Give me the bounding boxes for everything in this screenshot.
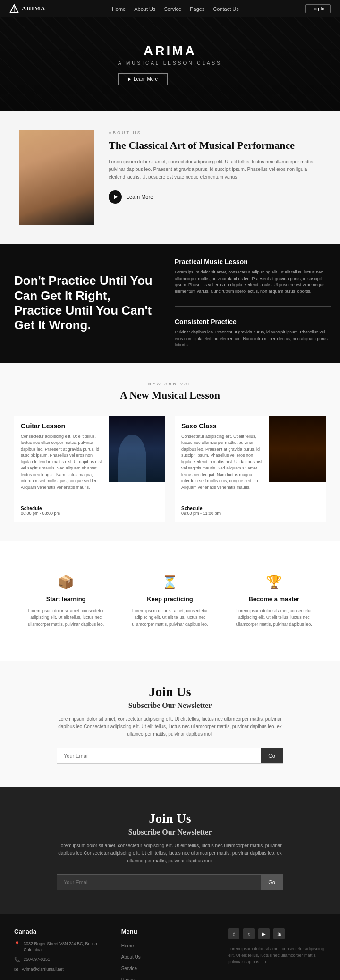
footer-menu-about[interactable]: About Us <box>121 954 141 960</box>
quote-text: Don't Practice Until You Can Get It Righ… <box>14 273 156 332</box>
step-master-title: Become a master <box>232 596 316 603</box>
step-master: 🏆 Become a master Lorem ipsum dolor sit … <box>222 565 326 637</box>
hero-learn-button[interactable]: Learn More <box>118 73 168 85</box>
saxo-schedule: Schedule 09:00 pm - 11:00 pm <box>175 506 326 522</box>
location-icon: 📍 <box>14 941 20 946</box>
practical-lesson-block: Practical Music Lesson Lorem ipsum dolor… <box>175 258 331 295</box>
newsletter-light-submit[interactable]: Go <box>261 748 283 763</box>
newsletter-light-section: Join Us Subscribe Our Newsletter Lorem i… <box>0 661 340 787</box>
step-practice-para: Lorem ipsum dolor sit amet, consectetur … <box>128 607 212 628</box>
saxo-lesson-title: Saxo Class <box>181 422 263 430</box>
step-start-title: Start learning <box>24 596 108 603</box>
saxo-card-top: Saxo Class Consectetur adipiscing elit. … <box>175 416 326 503</box>
footer-col-social: f t ▶ in Lorem ipsum dolor sit amet, con… <box>228 928 326 980</box>
phone-icon: 📞 <box>14 957 20 962</box>
facebook-icon[interactable]: f <box>228 928 239 939</box>
newsletter-dark-form: Go <box>57 874 283 890</box>
step-start-para: Lorem ipsum dolor sit amet, consectetur … <box>24 607 108 628</box>
footer-menu-pages[interactable]: Pages <box>121 977 135 980</box>
saxo-card-text: Saxo Class Consectetur adipiscing elit. … <box>175 416 269 503</box>
saxo-schedule-label: Schedule <box>181 506 319 511</box>
step-practice-title: Keep practicing <box>128 596 212 603</box>
about-heading: The Classical Art of Musical Performance <box>109 139 321 153</box>
practical-lesson-para: Lorem ipsum dolor sit amet, consectetur … <box>175 269 331 295</box>
guitar-card-text: Guitar Lesson Consectetur adipiscing eli… <box>14 416 109 503</box>
guitar-schedule-label: Schedule <box>21 506 159 511</box>
about-label: ABOUT US <box>109 130 321 135</box>
practical-lesson-title: Practical Music Lesson <box>175 258 331 265</box>
saxo-schedule-time: 09:00 pm - 11:00 pm <box>181 511 319 516</box>
lesson-divider <box>175 306 331 307</box>
about-image <box>19 130 94 225</box>
newsletter-light-heading: Join Us <box>28 684 312 699</box>
newsletter-light-input[interactable] <box>57 748 261 763</box>
footer-email-item: ✉ Arima@clarriumail.net <box>14 966 112 972</box>
about-learn-button[interactable]: Learn More <box>109 190 153 204</box>
guitar-lesson-para: Consectetur adipiscing elit. Ut elit tel… <box>21 434 102 491</box>
nav-pages[interactable]: Pages <box>190 6 204 12</box>
nav-service[interactable]: Service <box>164 6 181 12</box>
footer-col-contact: Canada 📍 3032 Roger Street V8N 2J4 BC, B… <box>14 928 112 980</box>
newsletter-light-para: Lorem ipsum dolor sit amet, consectetur … <box>52 716 288 738</box>
saxo-lesson-para: Consectetur adipiscing elit. Ut elit tel… <box>181 434 263 491</box>
master-icon: 🏆 <box>232 574 316 590</box>
nav-contact[interactable]: Contact Us <box>213 6 238 12</box>
footer-email: Arima@clarriumail.net <box>22 966 64 972</box>
arrow-icon <box>128 77 131 81</box>
twitter-icon[interactable]: t <box>243 928 255 939</box>
consistent-lesson-title: Consistent Practice <box>175 318 331 325</box>
consistent-lesson-block: Consistent Practice Pulvinar dapibus leo… <box>175 318 331 349</box>
arrival-label: NEW ARRIVAL <box>14 382 326 386</box>
newsletter-dark-para: Lorem ipsum dolor sit amet, consectetur … <box>52 842 288 865</box>
saxo-player-image <box>269 416 326 482</box>
nav-home[interactable]: Home <box>112 6 126 12</box>
dark-section-quote: Don't Practice Until You Can Get It Righ… <box>0 244 170 363</box>
guitar-lesson-image <box>109 416 165 482</box>
footer-top: Canada 📍 3032 Roger Street V8N 2J4 BC, B… <box>14 928 326 980</box>
arrival-heading: A New Musical Lesson <box>14 389 326 401</box>
newsletter-dark-input[interactable] <box>57 875 261 890</box>
about-paragraph: Lorem ipsum dolor sit amet, consectetur … <box>109 158 321 181</box>
login-button[interactable]: Log In <box>305 4 331 13</box>
footer-address: 3032 Roger Street V8N 2J4 BC, British Co… <box>24 941 112 953</box>
dark-banner-section: Don't Practice Until You Can Get It Righ… <box>0 244 340 363</box>
start-icon: 📦 <box>24 574 108 590</box>
footer-social-links: f t ▶ in <box>228 928 326 939</box>
steps-section: 📦 Start learning Lorem ipsum dolor sit a… <box>0 541 340 661</box>
guitar-schedule: Schedule 06:00 pm - 08:00 pm <box>14 506 165 522</box>
navigation: ARIMA Home About Us Service Pages Contac… <box>0 0 340 17</box>
nav-about[interactable]: About Us <box>134 6 155 12</box>
nav-logo: ARIMA <box>9 4 46 13</box>
hero-title: ARIMA <box>118 43 222 59</box>
saxo-lesson-card: Saxo Class Consectetur adipiscing elit. … <box>175 416 326 523</box>
footer-contact-title: Canada <box>14 928 112 935</box>
footer-phone-item: 📞 250-897-0351 <box>14 956 112 963</box>
guitar-lesson-title: Guitar Lesson <box>21 422 102 430</box>
about-text: ABOUT US The Classical Art of Musical Pe… <box>109 130 321 204</box>
linkedin-icon[interactable]: in <box>273 928 285 939</box>
step-master-para: Lorem ipsum dolor sit amet, consectetur … <box>232 607 316 628</box>
step-practice: ⏳ Keep practicing Lorem ipsum dolor sit … <box>118 565 222 637</box>
hero-content: ARIMA A MUSICAL LESSON CLASS Learn More <box>118 43 222 85</box>
hero-subtitle: A MUSICAL LESSON CLASS <box>118 60 222 66</box>
footer-menu-service[interactable]: Service <box>121 966 137 971</box>
footer-col-menu: Menu Home About Us Service Pages Contact… <box>121 928 219 980</box>
step-start: 📦 Start learning Lorem ipsum dolor sit a… <box>14 565 118 637</box>
footer-about-para: Lorem ipsum dolor sit amet, consectetur … <box>228 946 326 965</box>
arrival-section: NEW ARRIVAL A New Musical Lesson Guitar … <box>0 363 340 542</box>
footer-phone: 250-897-0351 <box>24 956 50 963</box>
email-icon: ✉ <box>14 967 18 972</box>
consistent-lesson-para: Pulvinar dapibus leo. Praesent ut gravid… <box>175 329 331 349</box>
newsletter-dark-submit[interactable]: Go <box>261 875 283 890</box>
footer-menu-list: Home About Us Service Pages Contact Us <box>121 941 219 980</box>
youtube-icon[interactable]: ▶ <box>258 928 270 939</box>
saxo-lesson-image <box>269 416 326 482</box>
footer-address-item: 📍 3032 Roger Street V8N 2J4 BC, British … <box>14 941 112 953</box>
dark-section-lessons: Practical Music Lesson Lorem ipsum dolor… <box>170 244 340 363</box>
newsletter-dark-heading: Join Us <box>28 811 312 826</box>
hero-section: ARIMA A MUSICAL LESSON CLASS Learn More <box>0 17 340 111</box>
footer: Canada 📍 3032 Roger Street V8N 2J4 BC, B… <box>0 914 340 980</box>
guitar-card-top: Guitar Lesson Consectetur adipiscing eli… <box>14 416 165 503</box>
footer-menu-home[interactable]: Home <box>121 943 134 948</box>
newsletter-light-subheading: Subscribe Our Newsletter <box>28 701 312 710</box>
